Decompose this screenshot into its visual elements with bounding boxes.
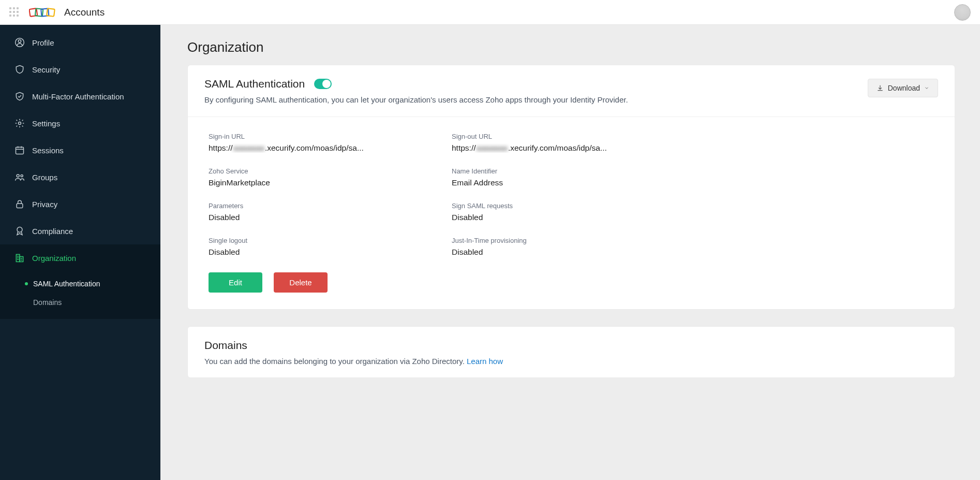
- svg-point-8: [17, 174, 19, 177]
- sidebar-item-security[interactable]: Security: [0, 56, 160, 83]
- svg-rect-10: [17, 203, 23, 208]
- subitem-saml-authentication[interactable]: SAML Authentication: [0, 274, 160, 293]
- app-name: Accounts: [64, 7, 105, 18]
- sidebar-item-groups[interactable]: Groups: [0, 164, 160, 191]
- sidebar-item-profile[interactable]: Profile: [0, 29, 160, 56]
- organization-icon: [14, 253, 25, 263]
- chevron-down-icon: [924, 85, 929, 91]
- field-value: Email Address: [452, 178, 674, 187]
- groups-icon: [14, 172, 25, 182]
- sidebar-item-label: Security: [32, 65, 60, 74]
- avatar[interactable]: [954, 4, 971, 21]
- saml-title: SAML Authentication: [204, 78, 305, 90]
- url-blurred: aaaaaaa: [233, 143, 265, 153]
- field-name-identifier: Name Identifier Email Address: [452, 167, 674, 187]
- main-content: Organization SAML Authentication By conf…: [160, 25, 980, 480]
- gear-icon: [14, 118, 25, 128]
- profile-icon: [14, 37, 25, 48]
- saml-card: SAML Authentication By configuring SAML …: [187, 65, 955, 310]
- calendar-icon: [14, 145, 25, 155]
- field-label: Sign SAML requests: [452, 202, 674, 210]
- field-label: Sign-out URL: [452, 133, 674, 140]
- field-signout-url: Sign-out URL https:// aaaaaaa .xecurify.…: [452, 133, 674, 153]
- saml-card-header: SAML Authentication By configuring SAML …: [188, 65, 955, 117]
- shield-check-icon: [14, 91, 25, 101]
- field-label: Zoho Service: [209, 167, 431, 175]
- field-value: BiginMarketplace: [209, 178, 431, 187]
- organization-subnav: SAML Authentication Domains: [0, 271, 160, 319]
- sidebar-item-label: Compliance: [32, 227, 73, 236]
- download-label: Download: [888, 84, 920, 92]
- field-signin-url: Sign-in URL https:// aaaaaaa .xecurify.c…: [209, 133, 431, 153]
- saml-toggle[interactable]: [314, 79, 332, 89]
- field-label: Name Identifier: [452, 167, 674, 175]
- svg-point-11: [17, 227, 22, 232]
- domains-card-header: Domains You can add the domains belongin…: [188, 327, 955, 378]
- subitem-domains[interactable]: Domains: [0, 293, 160, 312]
- svg-rect-7: [16, 147, 24, 154]
- domains-desc-text: You can add the domains belonging to you…: [204, 357, 467, 366]
- field-parameters: Parameters Disabled: [209, 202, 431, 222]
- sidebar-item-label: Multi-Factor Authentication: [32, 92, 124, 101]
- svg-rect-3: [47, 8, 55, 17]
- sidebar-item-organization[interactable]: Organization: [0, 244, 160, 271]
- topbar: Accounts: [0, 0, 980, 25]
- field-zoho-service: Zoho Service BiginMarketplace: [209, 167, 431, 187]
- domains-title: Domains: [204, 339, 247, 352]
- zoho-logo-icon: [29, 5, 58, 20]
- svg-point-6: [19, 122, 21, 125]
- field-sign-requests: Sign SAML requests Disabled: [452, 202, 674, 222]
- url-pre: https://: [209, 143, 233, 153]
- field-value: Disabled: [209, 213, 431, 222]
- learn-how-link[interactable]: Learn how: [467, 357, 503, 366]
- sidebar-item-label: Privacy: [32, 200, 57, 209]
- field-value: Disabled: [452, 213, 674, 222]
- domains-card: Domains You can add the domains belongin…: [187, 326, 955, 379]
- sidebar-item-label: Sessions: [32, 146, 64, 155]
- sidebar-item-privacy[interactable]: Privacy: [0, 191, 160, 217]
- field-single-logout: Single logout Disabled: [209, 237, 431, 257]
- apps-grid-icon[interactable]: [9, 7, 20, 18]
- saml-card-body: Sign-in URL https:// aaaaaaa .xecurify.c…: [188, 117, 955, 309]
- saml-description: By configuring SAML authentication, you …: [204, 94, 868, 106]
- download-button[interactable]: Download: [868, 79, 938, 97]
- subitem-label: SAML Authentication: [33, 280, 100, 288]
- url-pre: https://: [452, 143, 476, 153]
- field-jit-provisioning: Just-In-Time provisioning Disabled: [452, 237, 674, 257]
- svg-point-9: [21, 174, 23, 177]
- page-title: Organization: [187, 39, 955, 55]
- url-post: .xecurify.com/moas/idp/sa...: [508, 143, 607, 153]
- field-value: Disabled: [452, 248, 674, 257]
- delete-button[interactable]: Delete: [274, 272, 328, 293]
- badge-icon: [14, 226, 25, 236]
- svg-rect-13: [20, 257, 23, 262]
- sidebar-item-compliance[interactable]: Compliance: [0, 217, 160, 244]
- field-value: https:// aaaaaaa .xecurify.com/moas/idp/…: [452, 143, 674, 153]
- sidebar-item-label: Organization: [32, 254, 76, 263]
- sidebar-item-label: Profile: [32, 38, 54, 47]
- sidebar-item-mfa[interactable]: Multi-Factor Authentication: [0, 83, 160, 110]
- domains-description: You can add the domains belonging to you…: [204, 356, 938, 368]
- subitem-label: Domains: [33, 298, 62, 307]
- field-value: Disabled: [209, 248, 431, 257]
- sidebar-item-label: Groups: [32, 173, 57, 182]
- sidebar-item-settings[interactable]: Settings: [0, 110, 160, 137]
- shield-icon: [14, 64, 25, 75]
- download-icon: [877, 84, 884, 92]
- field-label: Sign-in URL: [209, 133, 431, 140]
- field-label: Just-In-Time provisioning: [452, 237, 674, 244]
- field-value: https:// aaaaaaa .xecurify.com/moas/idp/…: [209, 143, 431, 153]
- sidebar: Profile Security Multi-Factor Authentica…: [0, 25, 160, 480]
- field-label: Single logout: [209, 237, 431, 244]
- url-post: .xecurify.com/moas/idp/sa...: [265, 143, 364, 153]
- sidebar-item-sessions[interactable]: Sessions: [0, 137, 160, 164]
- svg-point-5: [18, 40, 21, 42]
- url-blurred: aaaaaaa: [476, 143, 508, 153]
- field-label: Parameters: [209, 202, 431, 210]
- lock-icon: [14, 199, 25, 209]
- sidebar-item-label: Settings: [32, 119, 60, 128]
- edit-button[interactable]: Edit: [209, 272, 262, 293]
